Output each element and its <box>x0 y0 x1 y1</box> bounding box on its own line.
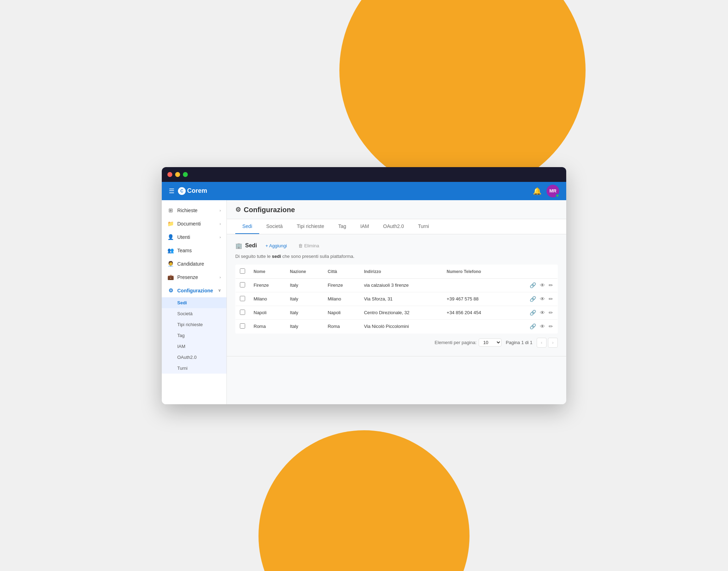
table-header-row: Nome Nazione Città Indirizzo <box>236 265 558 278</box>
tab-iam[interactable]: IAM <box>353 219 376 234</box>
app-window: ☰ C Corem 🔔 MR ⊞ Richieste › <box>162 167 566 404</box>
row-checkbox[interactable] <box>240 310 245 315</box>
sidebar-item-documenti[interactable]: 📁 Documenti › <box>162 217 226 230</box>
edit-icon[interactable]: ✏ <box>549 310 553 316</box>
tab-oauth20[interactable]: OAuth2.0 <box>376 219 411 234</box>
bg-circle-bottom <box>258 430 470 571</box>
sidebar-item-configurazione[interactable]: ⚙ Configurazione ∨ <box>162 284 226 297</box>
next-page-button[interactable]: › <box>548 338 558 348</box>
subitem-label: Tag <box>177 333 185 338</box>
delete-label: Elimina <box>304 243 319 248</box>
row-indirizzo: via calzaiuoli 3 firenze <box>360 278 442 292</box>
grid-icon: ⊞ <box>167 207 174 214</box>
logo-circle: C <box>178 187 186 195</box>
link-icon[interactable]: 🔗 <box>530 323 536 330</box>
sidebar-item-utenti[interactable]: 👤 Utenti › <box>162 230 226 244</box>
add-button[interactable]: + Aggiungi <box>263 241 290 250</box>
titlebar <box>162 167 566 182</box>
row-telefono: +34 856 204 454 <box>442 306 508 319</box>
description-bold: sedi <box>272 254 281 259</box>
subitem-societa[interactable]: Società <box>162 308 226 319</box>
col-indirizzo: Indirizzo <box>360 265 442 278</box>
subitem-iam[interactable]: IAM <box>162 341 226 352</box>
view-icon[interactable]: 👁 <box>540 296 545 302</box>
sidebar-item-label: Utenti <box>177 234 190 240</box>
view-icon[interactable]: 👁 <box>540 310 545 316</box>
row-checkbox[interactable] <box>240 296 245 301</box>
view-icon[interactable]: 👁 <box>540 282 545 288</box>
link-icon[interactable]: 🔗 <box>530 296 536 302</box>
row-nazione: Italy <box>286 319 323 333</box>
subitem-tipi-richieste[interactable]: Tipi richieste <box>162 319 226 330</box>
folder-icon: 📁 <box>167 221 174 227</box>
subitem-tag[interactable]: Tag <box>162 330 226 341</box>
menu-toggle-icon[interactable]: ☰ <box>169 187 174 195</box>
col-checkbox <box>236 265 250 278</box>
row-telefono: +39 467 575 88 <box>442 292 508 306</box>
sidebar-item-candidature[interactable]: 🧑‍💼 Candidature <box>162 257 226 271</box>
col-nazione: Nazione <box>286 265 323 278</box>
row-checkbox[interactable] <box>240 282 245 287</box>
sidebar-item-label: Presenze <box>177 274 198 280</box>
minimize-button[interactable] <box>175 172 180 177</box>
tab-turni[interactable]: Turni <box>411 219 436 234</box>
chevron-right-icon: › <box>219 222 221 226</box>
edit-icon[interactable]: ✏ <box>549 282 553 288</box>
subitem-sedi[interactable]: Sedi <box>162 297 226 308</box>
tab-tag[interactable]: Tag <box>331 219 353 234</box>
gear-icon: ⚙ <box>167 287 174 294</box>
row-nome: Roma <box>249 319 286 333</box>
trash-icon: 🗑 <box>298 243 303 248</box>
maximize-button[interactable] <box>183 172 188 177</box>
row-nome: Milano <box>249 292 286 306</box>
group-icon: 👥 <box>167 247 174 254</box>
sidebar-item-teams[interactable]: 👥 Teams <box>162 244 226 257</box>
section-description: Di seguito tutte le sedi che sono presen… <box>235 254 558 259</box>
per-page-select[interactable]: 5 10 25 50 <box>479 338 502 347</box>
edit-icon[interactable]: ✏ <box>549 323 553 330</box>
main-layout: ⊞ Richieste › 📁 Documenti › 👤 Utenti › 👥… <box>162 200 566 404</box>
row-checkbox[interactable] <box>240 323 245 329</box>
edit-icon[interactable]: ✏ <box>549 296 553 302</box>
section-title: 🏢 Sedi <box>235 242 257 249</box>
person-icon: 👤 <box>167 234 174 240</box>
subitem-label: OAuth2.0 <box>177 355 197 360</box>
sidebar-item-presenze[interactable]: 💼 Presenze › <box>162 271 226 284</box>
header-right: 🔔 MR <box>533 185 559 197</box>
subitem-oauth20[interactable]: OAuth2.0 <box>162 352 226 363</box>
col-nome: Nome <box>249 265 286 278</box>
tab-sedi[interactable]: Sedi <box>235 219 259 234</box>
avatar-initials: MR <box>549 188 556 193</box>
delete-button[interactable]: 🗑 Elimina <box>295 241 322 250</box>
user-avatar[interactable]: MR <box>547 185 559 197</box>
logo[interactable]: C Corem <box>178 187 207 195</box>
sidebar-item-richieste[interactable]: ⊞ Richieste › <box>162 204 226 217</box>
sidebar-item-label: Documenti <box>177 221 201 227</box>
row-checkbox-cell <box>236 319 250 333</box>
per-page-control: Elementi per pagina: 5 10 25 50 <box>435 338 502 347</box>
row-indirizzo: Via Nicolò Piccolomini <box>360 319 442 333</box>
sedi-section: 🏢 Sedi + Aggiungi 🗑 Elimina Di seguito t… <box>227 234 566 356</box>
subitem-label: Società <box>177 311 192 316</box>
per-page-label: Elementi per pagina: <box>435 340 477 345</box>
row-indirizzo: Via Sforza, 31 <box>360 292 442 306</box>
row-indirizzo: Centro Direzionale, 32 <box>360 306 442 319</box>
view-icon[interactable]: 👁 <box>540 323 545 329</box>
col-actions <box>508 265 557 278</box>
link-icon[interactable]: 🔗 <box>530 282 536 288</box>
sidebar-item-label: Configurazione <box>177 288 213 293</box>
tab-societa[interactable]: Società <box>259 219 290 234</box>
close-button[interactable] <box>167 172 172 177</box>
select-all-checkbox[interactable] <box>240 268 245 274</box>
header-left: ☰ C Corem <box>169 187 207 195</box>
online-status-dot <box>556 194 559 197</box>
row-actions: 🔗 👁 ✏ <box>508 319 557 333</box>
row-actions: 🔗 👁 ✏ <box>508 306 557 319</box>
notification-bell-icon[interactable]: 🔔 <box>533 187 542 195</box>
prev-page-button[interactable]: ‹ <box>537 338 547 348</box>
subitem-turni[interactable]: Turni <box>162 363 226 374</box>
link-icon[interactable]: 🔗 <box>530 310 536 316</box>
tab-tipi-richieste[interactable]: Tipi richieste <box>290 219 331 234</box>
configurazione-icon: ⚙ <box>235 206 241 214</box>
row-checkbox-cell <box>236 292 250 306</box>
